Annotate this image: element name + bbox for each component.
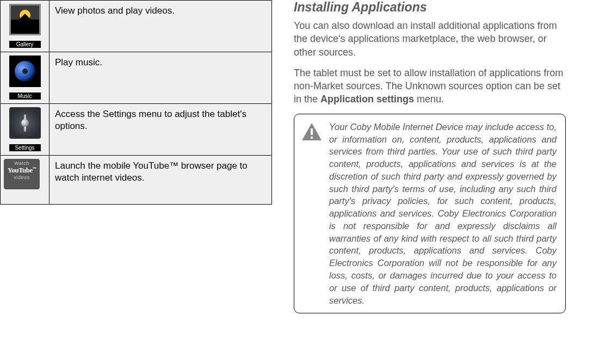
- gallery-icon-cell: Gallery: [1, 1, 50, 52]
- gallery-label: Gallery: [9, 41, 41, 48]
- warning-triangle-icon: [301, 122, 323, 141]
- gallery-desc: View photos and play videos.: [50, 1, 272, 52]
- youtube-line-logo: YouTube™: [4, 166, 40, 175]
- music-desc: Play music.: [50, 52, 272, 104]
- music-icon: [9, 55, 41, 87]
- settings-icon-cell: Settings: [1, 104, 50, 156]
- settings-desc: Access the Settings menu to adjust the t…: [50, 104, 272, 156]
- warning-icon: [301, 122, 325, 141]
- settings-label: Settings: [9, 144, 41, 151]
- gallery-mountain: [17, 14, 33, 21]
- music-label: Music: [9, 92, 41, 100]
- youtube-icon-cell: Watch YouTube™ videos: [1, 156, 50, 205]
- svg-rect-2: [311, 137, 313, 139]
- gallery-icon: [9, 4, 41, 35]
- para-2: The tablet must be set to allow installa…: [294, 66, 566, 106]
- youtube-tm: ™: [33, 166, 36, 171]
- youtube-icon: Watch YouTube™ videos: [4, 159, 40, 189]
- note-box: Your Coby Mobile Internet Device may inc…: [294, 114, 566, 313]
- youtube-desc: Launch the mobile YouTube™ browser page …: [50, 156, 272, 205]
- left-column: Gallery View photos and play videos. Mus…: [0, 0, 283, 364]
- music-icon-cell: Music: [1, 52, 50, 104]
- youtube-logo-text: YouTube: [8, 166, 33, 174]
- youtube-line-watch: Watch: [4, 161, 40, 166]
- apps-table: Gallery View photos and play videos. Mus…: [0, 0, 272, 205]
- section-heading: Installing Applications: [294, 0, 566, 15]
- youtube-line-videos: videos: [4, 175, 40, 180]
- note-text: Your Coby Mobile Internet Device may inc…: [329, 121, 557, 306]
- right-column: Installing Applications You can also dow…: [283, 0, 577, 364]
- settings-icon: [9, 107, 41, 139]
- para-2b: Application settings: [320, 94, 414, 104]
- para-2c: menu.: [414, 94, 444, 104]
- svg-rect-1: [311, 128, 313, 135]
- para-1: You can also download an install additio…: [294, 19, 566, 59]
